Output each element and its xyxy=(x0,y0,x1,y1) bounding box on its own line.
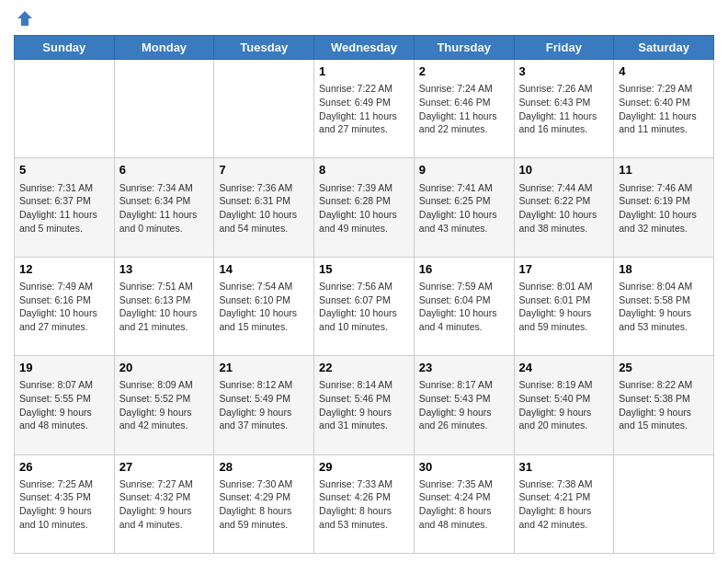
day-number: 18 xyxy=(619,261,709,278)
calendar-cell: 25Sunrise: 8:22 AMSunset: 5:38 PMDayligh… xyxy=(614,356,714,454)
day-info: Sunrise: 8:09 AMSunset: 5:52 PMDaylight:… xyxy=(119,379,193,431)
day-info: Sunrise: 7:36 AMSunset: 6:31 PMDaylight:… xyxy=(219,182,297,234)
column-header-friday: Friday xyxy=(514,36,614,60)
day-number: 13 xyxy=(119,261,210,278)
calendar-cell xyxy=(15,60,115,158)
day-number: 23 xyxy=(419,360,509,376)
day-number: 30 xyxy=(419,459,509,476)
column-header-thursday: Thursday xyxy=(414,36,514,60)
calendar-cell: 6Sunrise: 7:34 AMSunset: 6:34 PMDaylight… xyxy=(114,158,214,257)
calendar-cell: 4Sunrise: 7:29 AMSunset: 6:40 PMDaylight… xyxy=(614,60,714,158)
day-info: Sunrise: 8:01 AMSunset: 6:01 PMDaylight:… xyxy=(519,281,593,332)
day-number: 14 xyxy=(219,261,309,278)
calendar-cell: 3Sunrise: 7:26 AMSunset: 6:43 PMDaylight… xyxy=(514,60,614,158)
day-number: 7 xyxy=(219,162,309,178)
logo xyxy=(14,9,34,28)
day-number: 27 xyxy=(119,459,210,476)
calendar-cell: 9Sunrise: 7:41 AMSunset: 6:25 PMDaylight… xyxy=(414,158,514,257)
day-number: 12 xyxy=(19,261,109,278)
header xyxy=(14,9,714,28)
day-info: Sunrise: 7:44 AMSunset: 6:22 PMDaylight:… xyxy=(519,182,597,234)
day-info: Sunrise: 7:25 AMSunset: 4:35 PMDaylight:… xyxy=(19,478,93,530)
day-number: 15 xyxy=(319,261,409,278)
day-number: 2 xyxy=(419,63,509,80)
day-number: 20 xyxy=(119,360,210,376)
calendar-cell: 15Sunrise: 7:56 AMSunset: 6:07 PMDayligh… xyxy=(314,257,415,355)
calendar-cell: 23Sunrise: 8:17 AMSunset: 5:43 PMDayligh… xyxy=(414,356,514,454)
day-number: 6 xyxy=(119,162,210,178)
day-info: Sunrise: 7:24 AMSunset: 6:46 PMDaylight:… xyxy=(419,83,497,134)
calendar-cell: 7Sunrise: 7:36 AMSunset: 6:31 PMDaylight… xyxy=(214,158,314,257)
calendar-cell: 14Sunrise: 7:54 AMSunset: 6:10 PMDayligh… xyxy=(214,257,314,355)
calendar-cell: 11Sunrise: 7:46 AMSunset: 6:19 PMDayligh… xyxy=(614,158,714,257)
column-header-tuesday: Tuesday xyxy=(214,36,314,60)
day-info: Sunrise: 7:31 AMSunset: 6:37 PMDaylight:… xyxy=(19,182,97,234)
day-number: 25 xyxy=(619,360,709,376)
day-info: Sunrise: 8:14 AMSunset: 5:46 PMDaylight:… xyxy=(319,379,392,431)
week-row-1: 1Sunrise: 7:22 AMSunset: 6:49 PMDaylight… xyxy=(15,60,714,158)
day-number: 29 xyxy=(319,459,409,476)
calendar-cell: 29Sunrise: 7:33 AMSunset: 4:26 PMDayligh… xyxy=(314,454,415,553)
calendar-cell: 27Sunrise: 7:27 AMSunset: 4:32 PMDayligh… xyxy=(114,454,214,553)
week-row-5: 26Sunrise: 7:25 AMSunset: 4:35 PMDayligh… xyxy=(15,454,714,553)
day-number: 31 xyxy=(519,459,609,476)
day-number: 3 xyxy=(519,63,609,80)
day-info: Sunrise: 7:29 AMSunset: 6:40 PMDaylight:… xyxy=(619,83,697,134)
calendar-cell: 5Sunrise: 7:31 AMSunset: 6:37 PMDaylight… xyxy=(15,158,115,257)
logo-icon xyxy=(16,9,34,28)
svg-marker-0 xyxy=(17,11,32,26)
day-number: 16 xyxy=(419,261,509,278)
calendar-cell: 16Sunrise: 7:59 AMSunset: 6:04 PMDayligh… xyxy=(414,257,514,355)
day-number: 17 xyxy=(519,261,609,278)
column-header-saturday: Saturday xyxy=(614,36,714,60)
day-info: Sunrise: 7:27 AMSunset: 4:32 PMDaylight:… xyxy=(119,478,193,530)
day-info: Sunrise: 7:39 AMSunset: 6:28 PMDaylight:… xyxy=(319,182,397,234)
day-number: 1 xyxy=(319,63,409,80)
day-number: 19 xyxy=(19,360,109,376)
calendar-cell: 2Sunrise: 7:24 AMSunset: 6:46 PMDaylight… xyxy=(414,60,514,158)
day-info: Sunrise: 7:41 AMSunset: 6:25 PMDaylight:… xyxy=(419,182,497,234)
calendar-cell: 24Sunrise: 8:19 AMSunset: 5:40 PMDayligh… xyxy=(514,356,614,454)
calendar-cell: 18Sunrise: 8:04 AMSunset: 5:58 PMDayligh… xyxy=(614,257,714,355)
calendar-cell: 30Sunrise: 7:35 AMSunset: 4:24 PMDayligh… xyxy=(414,454,514,553)
day-info: Sunrise: 7:33 AMSunset: 4:26 PMDaylight:… xyxy=(319,478,392,530)
calendar-cell xyxy=(614,454,714,553)
calendar-cell: 19Sunrise: 8:07 AMSunset: 5:55 PMDayligh… xyxy=(15,356,115,454)
day-info: Sunrise: 7:54 AMSunset: 6:10 PMDaylight:… xyxy=(219,281,297,332)
calendar-cell: 22Sunrise: 8:14 AMSunset: 5:46 PMDayligh… xyxy=(314,356,415,454)
calendar-cell: 8Sunrise: 7:39 AMSunset: 6:28 PMDaylight… xyxy=(314,158,415,257)
day-info: Sunrise: 7:46 AMSunset: 6:19 PMDaylight:… xyxy=(619,182,697,234)
day-number: 28 xyxy=(219,459,309,476)
day-number: 24 xyxy=(519,360,609,376)
calendar-cell: 17Sunrise: 8:01 AMSunset: 6:01 PMDayligh… xyxy=(514,257,614,355)
day-number: 8 xyxy=(319,162,409,178)
calendar-cell: 21Sunrise: 8:12 AMSunset: 5:49 PMDayligh… xyxy=(214,356,314,454)
calendar-cell: 13Sunrise: 7:51 AMSunset: 6:13 PMDayligh… xyxy=(114,257,214,355)
week-row-2: 5Sunrise: 7:31 AMSunset: 6:37 PMDaylight… xyxy=(15,158,714,257)
day-number: 11 xyxy=(619,162,709,178)
page: SundayMondayTuesdayWednesdayThursdayFrid… xyxy=(0,0,728,563)
day-info: Sunrise: 7:56 AMSunset: 6:07 PMDaylight:… xyxy=(319,281,397,332)
calendar-cell: 28Sunrise: 7:30 AMSunset: 4:29 PMDayligh… xyxy=(214,454,314,553)
day-info: Sunrise: 7:26 AMSunset: 6:43 PMDaylight:… xyxy=(519,83,597,134)
day-info: Sunrise: 7:35 AMSunset: 4:24 PMDaylight:… xyxy=(419,478,493,530)
day-info: Sunrise: 7:49 AMSunset: 6:16 PMDaylight:… xyxy=(19,281,97,332)
day-info: Sunrise: 7:51 AMSunset: 6:13 PMDaylight:… xyxy=(119,281,198,332)
column-header-sunday: Sunday xyxy=(15,36,115,60)
calendar-header-row: SundayMondayTuesdayWednesdayThursdayFrid… xyxy=(15,36,714,60)
day-info: Sunrise: 8:22 AMSunset: 5:38 PMDaylight:… xyxy=(619,379,692,431)
day-info: Sunrise: 8:12 AMSunset: 5:49 PMDaylight:… xyxy=(219,379,292,431)
week-row-3: 12Sunrise: 7:49 AMSunset: 6:16 PMDayligh… xyxy=(15,257,714,355)
calendar-cell xyxy=(214,60,314,158)
calendar-cell: 10Sunrise: 7:44 AMSunset: 6:22 PMDayligh… xyxy=(514,158,614,257)
day-info: Sunrise: 7:30 AMSunset: 4:29 PMDaylight:… xyxy=(219,478,292,530)
day-number: 21 xyxy=(219,360,309,376)
calendar-cell xyxy=(114,60,214,158)
calendar-cell: 12Sunrise: 7:49 AMSunset: 6:16 PMDayligh… xyxy=(15,257,115,355)
day-number: 26 xyxy=(19,459,109,476)
calendar-cell: 20Sunrise: 8:09 AMSunset: 5:52 PMDayligh… xyxy=(114,356,214,454)
day-info: Sunrise: 8:07 AMSunset: 5:55 PMDaylight:… xyxy=(19,379,93,431)
calendar-cell: 26Sunrise: 7:25 AMSunset: 4:35 PMDayligh… xyxy=(15,454,115,553)
column-header-monday: Monday xyxy=(114,36,214,60)
day-number: 22 xyxy=(319,360,409,376)
